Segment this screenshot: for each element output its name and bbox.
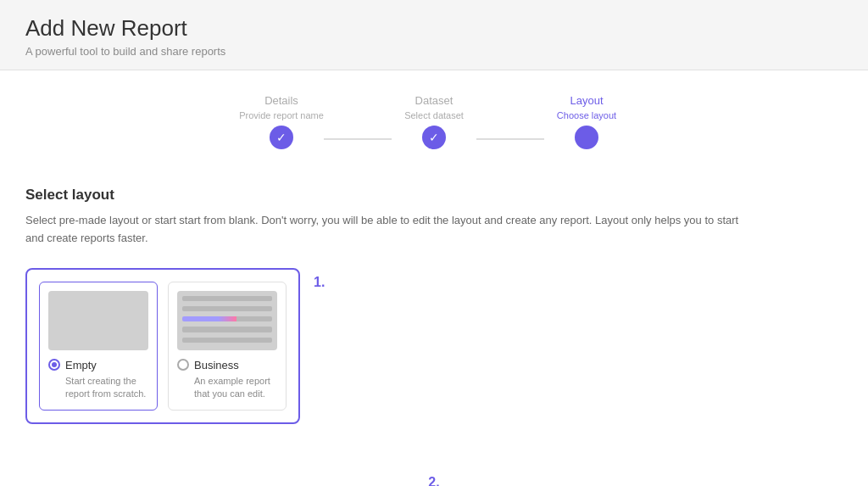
step-connector-1	[324, 138, 392, 140]
step-dataset-label: Dataset	[415, 94, 453, 107]
card-desc-empty: Start creating the report from scratch.	[48, 375, 148, 401]
section-description: Select pre-made layout or start start fr…	[25, 212, 746, 248]
check-icon-2: ✓	[429, 131, 439, 144]
layout-preview-business	[177, 291, 277, 350]
card-radio-row-business: Business	[177, 359, 277, 371]
preview-row-3	[182, 327, 272, 332]
preview-row-2	[182, 306, 272, 311]
step-details-sublabel: Provide report name	[239, 110, 324, 120]
step-layout-circle	[575, 126, 598, 149]
layout-card-empty[interactable]: Empty Start creating the report from scr…	[39, 282, 158, 411]
step-layout: Layout Choose layout	[544, 94, 629, 149]
preview-row-4	[182, 338, 272, 343]
radio-business[interactable]	[177, 359, 189, 371]
step-layout-sublabel: Choose layout	[557, 110, 616, 120]
step-number-1: 1.	[314, 268, 325, 290]
content-area: Select layout Select pre-made layout or …	[0, 166, 868, 449]
step-details: Details Provide report name ✓	[239, 94, 324, 149]
step-dataset: Dataset Select dataset ✓	[392, 94, 476, 149]
stepper: Details Provide report name ✓ Dataset Se…	[239, 94, 629, 149]
page-subtitle: A powerful tool to build and share repor…	[25, 45, 843, 58]
layout-card-business[interactable]: Business An example report that you can …	[168, 282, 287, 411]
step-number-2: 2.	[428, 475, 439, 486]
step-dataset-sublabel: Select dataset	[404, 110, 464, 120]
bottom-area: 2. ‹ Back Create report ›	[0, 450, 868, 486]
card-radio-row-empty: Empty	[48, 359, 148, 371]
layout-preview-empty	[48, 291, 148, 350]
stepper-container: Details Provide report name ✓ Dataset Se…	[0, 70, 868, 166]
step-dataset-circle: ✓	[422, 126, 446, 149]
step-details-label: Details	[264, 94, 298, 107]
check-icon: ✓	[276, 131, 287, 144]
step-layout-label: Layout	[570, 94, 603, 107]
radio-empty[interactable]	[48, 359, 60, 371]
layout-selection-wrapper: Empty Start creating the report from scr…	[25, 268, 843, 424]
layout-cards-box: Empty Start creating the report from scr…	[25, 268, 300, 424]
step-connector-2	[476, 138, 544, 140]
main-content: Details Provide report name ✓ Dataset Se…	[0, 70, 868, 486]
page-header: Add New Report A powerful tool to build …	[0, 0, 868, 70]
card-desc-business: An example report that you can edit.	[177, 375, 277, 401]
page-title: Add New Report	[25, 15, 843, 42]
card-name-business: Business	[194, 359, 239, 371]
card-name-empty: Empty	[65, 359, 97, 371]
step-details-circle: ✓	[270, 126, 293, 149]
preview-row-1	[182, 296, 272, 301]
preview-row-colored	[182, 316, 272, 321]
section-title: Select layout	[25, 187, 843, 204]
